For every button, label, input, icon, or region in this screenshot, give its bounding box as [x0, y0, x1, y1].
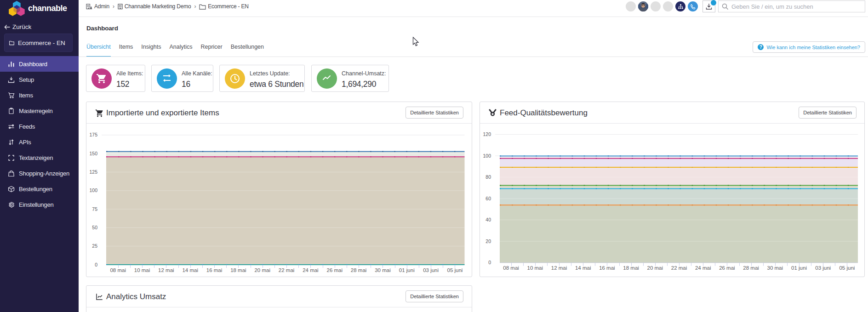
svg-text:22 mai: 22 mai	[279, 267, 295, 273]
svg-text:26 mai: 26 mai	[326, 267, 343, 273]
svg-text:60: 60	[485, 196, 491, 201]
svg-text:28 mai: 28 mai	[351, 267, 367, 273]
svg-text:01 juni: 01 juni	[399, 267, 415, 273]
svg-text:12 mai: 12 mai	[551, 265, 567, 271]
svg-text:14 mai: 14 mai	[575, 265, 591, 271]
svg-text:20: 20	[485, 238, 491, 244]
svg-text:18 mai: 18 mai	[230, 267, 246, 273]
svg-text:24 mai: 24 mai	[695, 265, 711, 271]
svg-text:0: 0	[95, 262, 97, 267]
svg-text:10 mai: 10 mai	[134, 267, 150, 273]
svg-text:25: 25	[92, 243, 97, 249]
svg-text:175: 175	[89, 132, 97, 137]
svg-text:01 juni: 01 juni	[791, 265, 807, 271]
svg-text:24 mai: 24 mai	[303, 267, 319, 273]
svg-text:22 mai: 22 mai	[671, 265, 687, 271]
svg-text:26 mai: 26 mai	[719, 265, 735, 271]
svg-text:03 juni: 03 juni	[423, 267, 439, 273]
svg-text:05 juni: 05 juni	[447, 267, 463, 273]
svg-text:28 mai: 28 mai	[743, 265, 759, 271]
svg-text:12 mai: 12 mai	[158, 267, 174, 273]
svg-text:40: 40	[485, 217, 491, 222]
svg-text:125: 125	[89, 169, 97, 175]
svg-text:150: 150	[89, 151, 97, 156]
svg-text:08 mai: 08 mai	[110, 267, 126, 273]
svg-text:50: 50	[92, 225, 97, 230]
svg-text:100: 100	[483, 153, 491, 159]
svg-text:80: 80	[485, 174, 491, 180]
svg-text:18 mai: 18 mai	[623, 265, 639, 271]
svg-text:14 mai: 14 mai	[182, 267, 198, 273]
svg-text:08 mai: 08 mai	[503, 265, 519, 271]
svg-text:100: 100	[89, 187, 97, 193]
svg-text:0: 0	[488, 260, 491, 265]
svg-text:30 mai: 30 mai	[767, 265, 783, 271]
svg-text:20 mai: 20 mai	[647, 265, 663, 271]
svg-text:10 mai: 10 mai	[527, 265, 543, 271]
svg-text:120: 120	[483, 131, 491, 137]
svg-text:20 mai: 20 mai	[254, 267, 270, 273]
svg-text:16 mai: 16 mai	[599, 265, 615, 271]
svg-text:03 juni: 03 juni	[815, 265, 831, 271]
svg-text:30 mai: 30 mai	[375, 267, 391, 273]
svg-text:05 juni: 05 juni	[839, 265, 855, 271]
svg-text:16 mai: 16 mai	[206, 267, 223, 273]
svg-text:75: 75	[92, 206, 97, 212]
